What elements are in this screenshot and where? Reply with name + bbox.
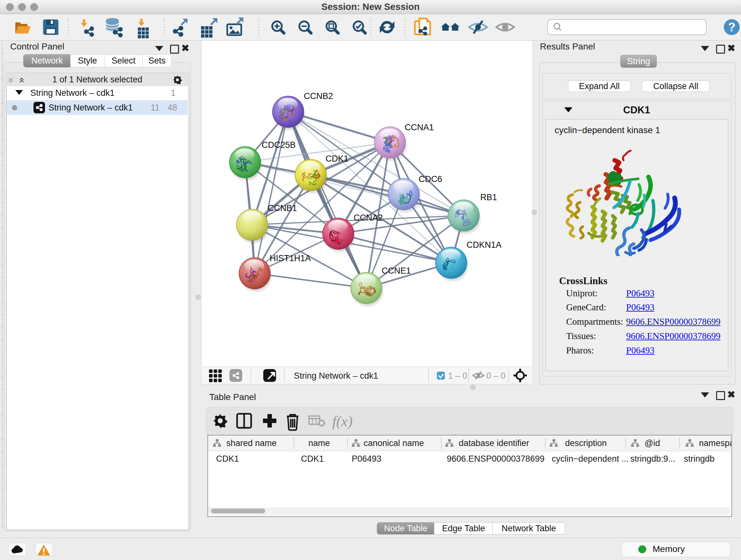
svg-text:f(x): f(x): [332, 413, 353, 429]
svg-text:1 – 0: 1 – 0: [448, 371, 467, 381]
svg-text:?: ?: [728, 20, 735, 34]
svg-text:0 – 0: 0 – 0: [486, 371, 506, 381]
svg-text:CDC6: CDC6: [419, 174, 442, 184]
svg-text:CCNA2: CCNA2: [354, 213, 383, 223]
svg-text:CCNB1: CCNB1: [268, 203, 297, 213]
svg-text:HIST1H1A: HIST1H1A: [270, 253, 311, 263]
svg-text:CCNE1: CCNE1: [382, 266, 411, 275]
svg-text:CCNA1: CCNA1: [405, 123, 434, 132]
svg-text:RB1: RB1: [480, 192, 497, 202]
svg-text:String Network – cdk1: String Network – cdk1: [294, 371, 378, 381]
svg-text:CDC25B: CDC25B: [262, 140, 296, 150]
svg-text:CDK1: CDK1: [326, 154, 348, 164]
svg-text:CDKN1A: CDKN1A: [467, 240, 502, 250]
svg-text:CCNB2: CCNB2: [304, 91, 333, 101]
